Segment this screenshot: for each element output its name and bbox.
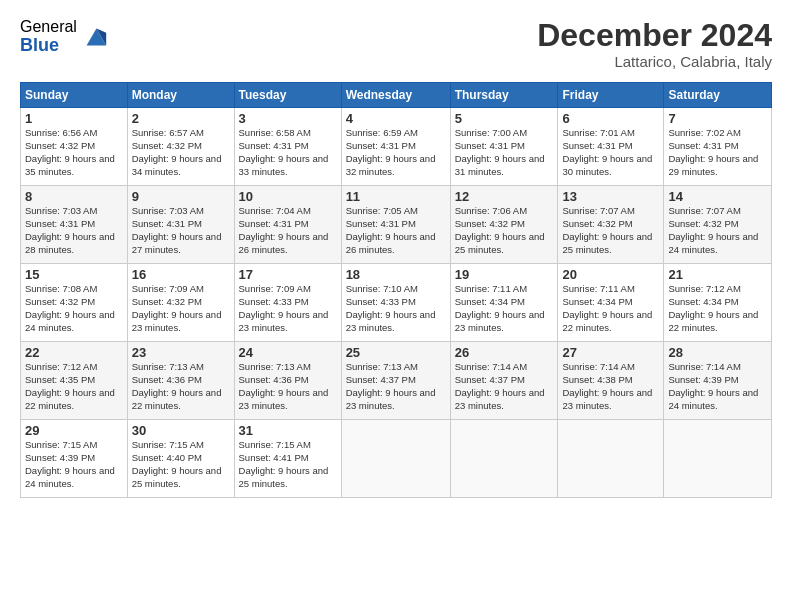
day-number: 16 — [132, 267, 230, 282]
table-row: 1 Sunrise: 6:56 AM Sunset: 4:32 PM Dayli… — [21, 108, 128, 186]
header-friday: Friday — [558, 83, 664, 108]
table-row: 24 Sunrise: 7:13 AM Sunset: 4:36 PM Dayl… — [234, 342, 341, 420]
table-row: 25 Sunrise: 7:13 AM Sunset: 4:37 PM Dayl… — [341, 342, 450, 420]
day-number: 13 — [562, 189, 659, 204]
day-info: Sunrise: 6:58 AM Sunset: 4:31 PM Dayligh… — [239, 127, 337, 178]
day-number: 18 — [346, 267, 446, 282]
table-row: 2 Sunrise: 6:57 AM Sunset: 4:32 PM Dayli… — [127, 108, 234, 186]
day-number: 4 — [346, 111, 446, 126]
table-row — [450, 420, 558, 498]
calendar-week-row: 22 Sunrise: 7:12 AM Sunset: 4:35 PM Dayl… — [21, 342, 772, 420]
logo: General Blue — [20, 18, 109, 55]
day-info: Sunrise: 7:09 AM Sunset: 4:32 PM Dayligh… — [132, 283, 230, 334]
table-row: 20 Sunrise: 7:11 AM Sunset: 4:34 PM Dayl… — [558, 264, 664, 342]
header-sunday: Sunday — [21, 83, 128, 108]
day-info: Sunrise: 7:05 AM Sunset: 4:31 PM Dayligh… — [346, 205, 446, 256]
day-info: Sunrise: 7:10 AM Sunset: 4:33 PM Dayligh… — [346, 283, 446, 334]
table-row: 22 Sunrise: 7:12 AM Sunset: 4:35 PM Dayl… — [21, 342, 128, 420]
day-info: Sunrise: 7:11 AM Sunset: 4:34 PM Dayligh… — [455, 283, 554, 334]
table-row: 28 Sunrise: 7:14 AM Sunset: 4:39 PM Dayl… — [664, 342, 772, 420]
day-number: 5 — [455, 111, 554, 126]
table-row: 16 Sunrise: 7:09 AM Sunset: 4:32 PM Dayl… — [127, 264, 234, 342]
header-saturday: Saturday — [664, 83, 772, 108]
header-thursday: Thursday — [450, 83, 558, 108]
day-info: Sunrise: 7:15 AM Sunset: 4:41 PM Dayligh… — [239, 439, 337, 490]
day-info: Sunrise: 7:03 AM Sunset: 4:31 PM Dayligh… — [132, 205, 230, 256]
day-info: Sunrise: 7:06 AM Sunset: 4:32 PM Dayligh… — [455, 205, 554, 256]
day-info: Sunrise: 7:12 AM Sunset: 4:35 PM Dayligh… — [25, 361, 123, 412]
header-monday: Monday — [127, 83, 234, 108]
location-title: Lattarico, Calabria, Italy — [537, 53, 772, 70]
day-number: 15 — [25, 267, 123, 282]
day-number: 11 — [346, 189, 446, 204]
title-block: December 2024 Lattarico, Calabria, Italy — [537, 18, 772, 70]
table-row: 11 Sunrise: 7:05 AM Sunset: 4:31 PM Dayl… — [341, 186, 450, 264]
day-info: Sunrise: 7:04 AM Sunset: 4:31 PM Dayligh… — [239, 205, 337, 256]
day-info: Sunrise: 7:15 AM Sunset: 4:40 PM Dayligh… — [132, 439, 230, 490]
logo-text: General Blue — [20, 18, 77, 55]
day-info: Sunrise: 7:09 AM Sunset: 4:33 PM Dayligh… — [239, 283, 337, 334]
header: General Blue December 2024 Lattarico, Ca… — [20, 18, 772, 70]
day-info: Sunrise: 7:12 AM Sunset: 4:34 PM Dayligh… — [668, 283, 767, 334]
day-number: 14 — [668, 189, 767, 204]
calendar-week-row: 29 Sunrise: 7:15 AM Sunset: 4:39 PM Dayl… — [21, 420, 772, 498]
table-row: 27 Sunrise: 7:14 AM Sunset: 4:38 PM Dayl… — [558, 342, 664, 420]
table-row: 10 Sunrise: 7:04 AM Sunset: 4:31 PM Dayl… — [234, 186, 341, 264]
table-row: 4 Sunrise: 6:59 AM Sunset: 4:31 PM Dayli… — [341, 108, 450, 186]
day-info: Sunrise: 7:00 AM Sunset: 4:31 PM Dayligh… — [455, 127, 554, 178]
day-info: Sunrise: 7:14 AM Sunset: 4:38 PM Dayligh… — [562, 361, 659, 412]
day-number: 24 — [239, 345, 337, 360]
day-number: 23 — [132, 345, 230, 360]
day-number: 2 — [132, 111, 230, 126]
logo-icon — [81, 23, 109, 51]
calendar-week-row: 8 Sunrise: 7:03 AM Sunset: 4:31 PM Dayli… — [21, 186, 772, 264]
day-info: Sunrise: 6:59 AM Sunset: 4:31 PM Dayligh… — [346, 127, 446, 178]
calendar-table: Sunday Monday Tuesday Wednesday Thursday… — [20, 82, 772, 498]
day-info: Sunrise: 7:13 AM Sunset: 4:37 PM Dayligh… — [346, 361, 446, 412]
table-row — [558, 420, 664, 498]
calendar-week-row: 15 Sunrise: 7:08 AM Sunset: 4:32 PM Dayl… — [21, 264, 772, 342]
day-info: Sunrise: 7:15 AM Sunset: 4:39 PM Dayligh… — [25, 439, 123, 490]
logo-blue: Blue — [20, 36, 77, 56]
day-number: 1 — [25, 111, 123, 126]
table-row: 26 Sunrise: 7:14 AM Sunset: 4:37 PM Dayl… — [450, 342, 558, 420]
table-row: 14 Sunrise: 7:07 AM Sunset: 4:32 PM Dayl… — [664, 186, 772, 264]
day-number: 27 — [562, 345, 659, 360]
table-row: 8 Sunrise: 7:03 AM Sunset: 4:31 PM Dayli… — [21, 186, 128, 264]
table-row: 6 Sunrise: 7:01 AM Sunset: 4:31 PM Dayli… — [558, 108, 664, 186]
day-info: Sunrise: 7:13 AM Sunset: 4:36 PM Dayligh… — [132, 361, 230, 412]
table-row: 15 Sunrise: 7:08 AM Sunset: 4:32 PM Dayl… — [21, 264, 128, 342]
day-info: Sunrise: 7:13 AM Sunset: 4:36 PM Dayligh… — [239, 361, 337, 412]
day-number: 19 — [455, 267, 554, 282]
month-title: December 2024 — [537, 18, 772, 53]
day-number: 10 — [239, 189, 337, 204]
header-wednesday: Wednesday — [341, 83, 450, 108]
calendar-week-row: 1 Sunrise: 6:56 AM Sunset: 4:32 PM Dayli… — [21, 108, 772, 186]
table-row: 12 Sunrise: 7:06 AM Sunset: 4:32 PM Dayl… — [450, 186, 558, 264]
table-row: 19 Sunrise: 7:11 AM Sunset: 4:34 PM Dayl… — [450, 264, 558, 342]
day-number: 29 — [25, 423, 123, 438]
day-number: 25 — [346, 345, 446, 360]
table-row: 18 Sunrise: 7:10 AM Sunset: 4:33 PM Dayl… — [341, 264, 450, 342]
table-row: 5 Sunrise: 7:00 AM Sunset: 4:31 PM Dayli… — [450, 108, 558, 186]
day-info: Sunrise: 7:03 AM Sunset: 4:31 PM Dayligh… — [25, 205, 123, 256]
day-number: 26 — [455, 345, 554, 360]
day-number: 7 — [668, 111, 767, 126]
day-info: Sunrise: 7:07 AM Sunset: 4:32 PM Dayligh… — [668, 205, 767, 256]
day-number: 30 — [132, 423, 230, 438]
day-info: Sunrise: 7:11 AM Sunset: 4:34 PM Dayligh… — [562, 283, 659, 334]
day-number: 28 — [668, 345, 767, 360]
day-info: Sunrise: 7:08 AM Sunset: 4:32 PM Dayligh… — [25, 283, 123, 334]
calendar-header-row: Sunday Monday Tuesday Wednesday Thursday… — [21, 83, 772, 108]
day-number: 17 — [239, 267, 337, 282]
table-row: 23 Sunrise: 7:13 AM Sunset: 4:36 PM Dayl… — [127, 342, 234, 420]
table-row: 29 Sunrise: 7:15 AM Sunset: 4:39 PM Dayl… — [21, 420, 128, 498]
day-number: 6 — [562, 111, 659, 126]
day-number: 8 — [25, 189, 123, 204]
day-info: Sunrise: 7:01 AM Sunset: 4:31 PM Dayligh… — [562, 127, 659, 178]
day-number: 3 — [239, 111, 337, 126]
day-number: 22 — [25, 345, 123, 360]
day-number: 31 — [239, 423, 337, 438]
table-row: 3 Sunrise: 6:58 AM Sunset: 4:31 PM Dayli… — [234, 108, 341, 186]
table-row: 17 Sunrise: 7:09 AM Sunset: 4:33 PM Dayl… — [234, 264, 341, 342]
